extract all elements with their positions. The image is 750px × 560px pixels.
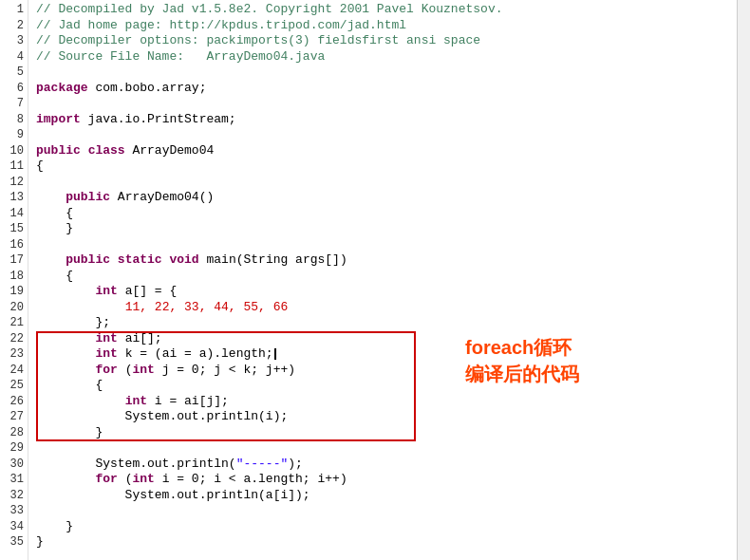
line-number-5: 5	[0, 65, 24, 81]
code-line-23: int k = (ai = a).length;	[36, 346, 737, 363]
code-line-30: System.out.println("-----");	[36, 457, 737, 473]
line-number-28: 28	[0, 425, 24, 441]
code-line-10: public class ArrayDemo04	[36, 143, 737, 159]
code-line-29	[36, 440, 737, 457]
line-number-33: 33	[0, 503, 24, 519]
line-number-15: 15	[0, 221, 24, 237]
code-line-9	[36, 127, 737, 143]
code-line-1: // Decompiled by Jad v1.5.8e2. Copyright…	[36, 2, 737, 18]
line-number-24: 24	[0, 363, 24, 379]
line-number-32: 32	[0, 488, 24, 504]
scrollbar[interactable]	[737, 0, 750, 560]
code-line-33	[36, 503, 737, 519]
code-line-25: {	[36, 378, 737, 394]
line-number-3: 3	[0, 33, 24, 49]
code-line-8: import java.io.PrintStream;	[36, 112, 737, 128]
code-line-3: // Decompiler options: packimports(3) fi…	[36, 33, 737, 49]
code-line-4: // Source File Name: ArrayDemo04.java	[36, 49, 737, 65]
line-number-1: 1	[0, 2, 24, 18]
code-line-16	[36, 237, 737, 253]
line-number-20: 20	[0, 300, 24, 316]
line-number-4: 4	[0, 49, 24, 65]
code-line-31: for (int i = 0; i < a.length; i++)	[36, 472, 737, 488]
line-number-31: 31	[0, 472, 24, 488]
line-number-2: 2	[0, 18, 24, 34]
code-area[interactable]: // Decompiled by Jad v1.5.8e2. Copyright…	[28, 0, 737, 560]
code-line-28: }	[36, 425, 737, 441]
code-line-26: int i = ai[j];	[36, 394, 737, 410]
code-line-34: }	[36, 519, 737, 535]
code-line-32: System.out.println(a[i]);	[36, 488, 737, 504]
line-number-9: 9	[0, 127, 24, 143]
code-line-24: for (int j = 0; j < k; j++)	[36, 363, 737, 379]
line-number-12: 12	[0, 175, 24, 191]
code-line-7	[36, 96, 737, 112]
line-number-35: 35	[0, 534, 24, 551]
line-number-30: 30	[0, 457, 24, 473]
code-line-11: {	[36, 159, 737, 175]
code-line-19: int a[] = {	[36, 284, 737, 300]
code-line-2: // Jad home page: http://kpdus.tripod.co…	[36, 18, 737, 34]
code-line-22: int ai[];	[36, 331, 737, 347]
line-number-11: 11	[0, 159, 24, 175]
code-line-20: 11, 22, 33, 44, 55, 66	[36, 300, 737, 316]
code-line-18: {	[36, 269, 737, 285]
line-number-19: 19	[0, 284, 24, 300]
line-number-13: 13	[0, 190, 24, 206]
line-number-6: 6	[0, 81, 24, 97]
code-line-13: public ArrayDemo04()	[36, 190, 737, 206]
line-numbers: 1234567891011121314151617181920212223242…	[0, 0, 28, 560]
foreach-annotation: foreach循环 编译后的代码	[465, 334, 579, 387]
code-line-35: }	[36, 534, 737, 551]
line-number-7: 7	[0, 96, 24, 112]
line-number-26: 26	[0, 394, 24, 410]
editor-container: 1234567891011121314151617181920212223242…	[0, 0, 750, 560]
line-number-17: 17	[0, 252, 24, 269]
line-number-18: 18	[0, 269, 24, 285]
line-number-27: 27	[0, 409, 24, 425]
line-number-16: 16	[0, 237, 24, 253]
line-number-23: 23	[0, 346, 24, 363]
line-number-22: 22	[0, 331, 24, 347]
code-line-15: }	[36, 221, 737, 237]
line-number-14: 14	[0, 206, 24, 222]
line-number-8: 8	[0, 112, 24, 128]
line-number-29: 29	[0, 440, 24, 457]
code-line-6: package com.bobo.array;	[36, 81, 737, 97]
line-number-21: 21	[0, 315, 24, 331]
code-line-5	[36, 65, 737, 81]
text-cursor	[274, 348, 276, 360]
line-number-25: 25	[0, 378, 24, 394]
code-line-14: {	[36, 206, 737, 222]
code-line-17: public static void main(String args[])	[36, 252, 737, 269]
code-line-21: };	[36, 315, 737, 331]
code-line-27: System.out.println(i);	[36, 409, 737, 425]
line-number-10: 10	[0, 143, 24, 159]
code-line-12	[36, 175, 737, 191]
line-number-34: 34	[0, 519, 24, 535]
